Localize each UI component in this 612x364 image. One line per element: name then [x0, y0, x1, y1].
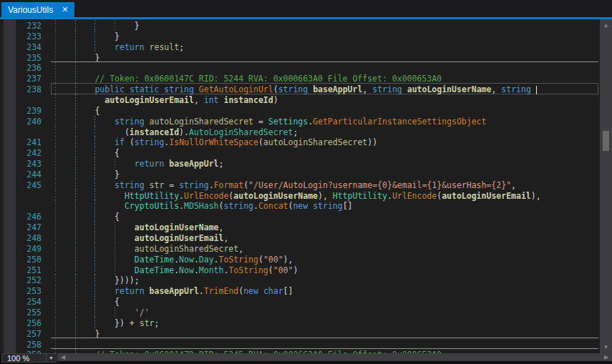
code-text: (instanceId).AutoLoginSharedSecret; — [55, 127, 298, 137]
code-text: DateTime.Now.Month.ToString("00") — [55, 265, 298, 275]
line-number: 246 — [0, 212, 42, 222]
scroll-right-icon[interactable]: ▶ — [602, 353, 611, 361]
code-line-239[interactable]: 239 { — [0, 105, 600, 116]
line-number: 236 — [0, 63, 42, 73]
scroll-up-icon[interactable]: ▲ — [600, 19, 612, 31]
code-text: HttpUtility.UrlEncode(autoLoginUserName)… — [55, 191, 541, 201]
code-text: if (string.IsNullOrWhiteSpace(autoLoginS… — [55, 137, 377, 147]
line-number: 249 — [0, 244, 42, 254]
code-line-247[interactable]: 247 autoLoginUserName, — [0, 222, 600, 232]
code-line-234[interactable]: 234 return result; — [0, 41, 600, 52]
line-number: 232 — [0, 21, 42, 31]
tab-close-icon[interactable]: ✕ — [62, 5, 68, 14]
zoom-dropdown-icon[interactable]: ▼ — [46, 354, 56, 362]
line-number: 243 — [0, 159, 42, 169]
line-number: 241 — [0, 137, 42, 147]
code-text: { — [55, 106, 99, 116]
code-line-254[interactable]: 254 { — [0, 296, 600, 307]
line-number: 242 — [0, 148, 42, 158]
scroll-down-icon[interactable]: ▼ — [600, 341, 612, 353]
line-number: 251 — [0, 265, 42, 275]
text-cursor — [536, 86, 538, 94]
code-text: return baseAppUrl; — [55, 159, 223, 169]
tab-title: VariousUtils — [8, 5, 53, 15]
line-number: 233 — [0, 31, 42, 41]
code-line-237[interactable]: 237 // Token: 0x0600147C RID: 5244 RVA: … — [0, 73, 600, 84]
code-line-257[interactable]: 257 } — [0, 328, 600, 339]
code-text: autoLoginUserName, — [55, 222, 223, 232]
code-text: autoLoginUserEmail, — [55, 233, 228, 243]
vertical-scrollbar-thumb[interactable] — [603, 131, 609, 151]
vertical-scrollbar[interactable]: ▲ ▼ — [600, 19, 612, 353]
code-editor[interactable]: 232 }233 }234 return result;235 }236237 … — [0, 19, 600, 353]
line-number: 255 — [0, 308, 42, 318]
code-text: '/' — [55, 308, 150, 318]
line-number: 234 — [0, 42, 42, 52]
code-line-wrap[interactable]: autoLoginUserEmail, int instanceId) — [0, 94, 600, 105]
code-line-236[interactable]: 236 — [0, 62, 600, 73]
code-line-232[interactable]: 232 } — [0, 20, 600, 31]
code-line-240[interactable]: 240 string autoLoginSharedSecret = Setti… — [0, 116, 600, 127]
line-number: 257 — [0, 329, 42, 339]
line-number: 238 — [0, 84, 42, 94]
code-editor-window: VariousUtils ✕ 232 }233 }234 return resu… — [0, 0, 612, 364]
code-line-244[interactable]: 244 } — [0, 169, 600, 179]
line-number: 245 — [0, 180, 42, 190]
code-line-wrap[interactable]: HttpUtility.UrlEncode(autoLoginUserName)… — [0, 190, 600, 201]
code-line-249[interactable]: 249 autoLoginSharedSecret, — [0, 243, 600, 254]
tab-variousutils[interactable]: VariousUtils ✕ — [1, 2, 74, 17]
code-text: string autoLoginSharedSecret = Settings.… — [55, 117, 486, 127]
code-line-241[interactable]: 241 if (string.IsNullOrWhiteSpace(autoLo… — [0, 137, 600, 147]
code-line-248[interactable]: 248 autoLoginUserEmail, — [0, 232, 600, 243]
code-text: { — [55, 148, 120, 158]
line-number: 235 — [0, 53, 42, 63]
code-text: }) + str; — [55, 318, 159, 328]
zoom-control[interactable]: 100 % ▼ — [1, 353, 57, 363]
line-number: 253 — [0, 286, 42, 296]
code-line-242[interactable]: 242 { — [0, 147, 600, 158]
line-number: 248 — [0, 233, 42, 243]
code-line-253[interactable]: 253 return baseAppUrl.TrimEnd(new char[] — [0, 285, 600, 296]
code-line-250[interactable]: 250 DateTime.Now.Day.ToString("00"), — [0, 254, 600, 265]
code-line-251[interactable]: 251 DateTime.Now.Month.ToString("00") — [0, 265, 600, 275]
code-text: } — [55, 169, 120, 179]
code-text: } — [55, 31, 120, 41]
member-separator-line — [51, 348, 598, 349]
tab-strip: VariousUtils ✕ — [0, 0, 612, 19]
indent-guide — [55, 62, 56, 73]
line-number: 247 — [0, 222, 42, 232]
code-text: CryptoUtils.MD5Hash(string.Concat(new st… — [55, 201, 353, 211]
code-text: { — [55, 212, 120, 222]
line-number: 250 — [0, 255, 42, 265]
code-line-246[interactable]: 246 { — [0, 211, 600, 222]
zoom-level-value: 100 % — [2, 354, 46, 363]
code-line-256[interactable]: 256 }) + str; — [0, 318, 600, 328]
code-line-233[interactable]: 233 } — [0, 31, 600, 41]
line-number: 254 — [0, 297, 42, 307]
code-line-258[interactable]: 258 — [0, 339, 600, 350]
code-text: { — [55, 297, 120, 307]
code-text: return result; — [55, 42, 184, 52]
line-number: 237 — [0, 74, 42, 84]
line-number: 240 — [0, 117, 42, 127]
horizontal-scrollbar[interactable]: ◀ ▶ — [57, 353, 612, 361]
code-text: public static string GetAutoLoginUrl(str… — [55, 84, 537, 94]
code-line-252[interactable]: 252 }))); — [0, 275, 600, 285]
code-line-245[interactable]: 245 string str = string.Format("/User/Au… — [0, 179, 600, 190]
code-line-wrap[interactable]: CryptoUtils.MD5Hash(string.Concat(new st… — [0, 200, 600, 211]
code-line-wrap[interactable]: (instanceId).AutoLoginSharedSecret; — [0, 127, 600, 137]
line-number: 256 — [0, 318, 42, 328]
bottom-bar: ◀ ▶ 100 % ▼ — [0, 353, 612, 364]
code-line-243[interactable]: 243 return baseAppUrl; — [0, 158, 600, 169]
code-line-255[interactable]: 255 '/' — [0, 307, 600, 318]
member-separator-line — [51, 62, 598, 62]
code-text: }))); — [55, 275, 140, 285]
scroll-left-icon[interactable]: ◀ — [59, 353, 67, 361]
line-number: 258 — [0, 340, 42, 350]
code-text: autoLoginUserEmail, int instanceId) — [55, 95, 278, 105]
code-text: string str = string.Format("/User/AutoLo… — [55, 180, 516, 190]
code-line-235[interactable]: 235 } — [0, 52, 600, 63]
code-text: autoLoginSharedSecret, — [55, 244, 243, 254]
line-number: 244 — [0, 169, 42, 179]
code-line-238[interactable]: 238 public static string GetAutoLoginUrl… — [0, 84, 600, 94]
